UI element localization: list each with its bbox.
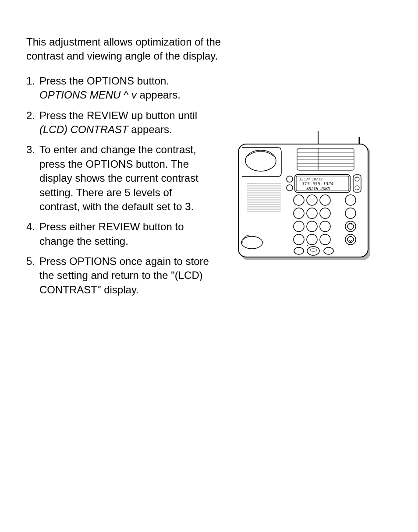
phone-illustration: 12:30 10/19 315-555-1324 SMITH JOHN [223, 131, 372, 303]
step-item: 1.Press the OPTIONS button. OPTIONS MENU… [26, 74, 215, 102]
step-text: To enter and change the contrast, press … [39, 143, 215, 214]
svg-rect-1 [238, 144, 368, 257]
step-text: Press either REVIEW button to change the… [39, 220, 215, 248]
step-text: Press OPTIONS once again to store the se… [39, 254, 215, 297]
lcd-line2: 315-555-1324 [301, 181, 333, 186]
step-number: 1. [26, 74, 39, 102]
step-number: 4. [26, 220, 39, 248]
step-item: 3.To enter and change the contrast, pres… [26, 143, 215, 214]
step-number: 2. [26, 109, 39, 137]
svg-point-24 [256, 183, 256, 183]
svg-point-63 [307, 245, 308, 246]
step-number: 5. [26, 254, 39, 297]
lcd-line3: SMITH JOHN [306, 187, 330, 191]
content-wrapper: 1.Press the OPTIONS button. OPTIONS MENU… [26, 74, 392, 303]
svg-point-22 [249, 183, 249, 183]
lcd-line1: 12:30 10/19 [299, 177, 322, 181]
step-number: 3. [26, 143, 39, 214]
intro-text: This adjustment allows optimization of t… [26, 35, 245, 63]
step-text: Press the REVIEW up button until (LCD) C… [39, 109, 215, 137]
svg-point-23 [252, 183, 253, 183]
step-text: Press the OPTIONS button. OPTIONS MENU ^… [39, 74, 215, 102]
step-item: 4.Press either REVIEW button to change t… [26, 220, 215, 248]
step-item: 2.Press the REVIEW up button until (LCD)… [26, 109, 215, 137]
steps-list: 1.Press the OPTIONS button. OPTIONS MENU… [26, 74, 215, 303]
step-item: 5.Press OPTIONS once again to store the … [26, 254, 215, 297]
